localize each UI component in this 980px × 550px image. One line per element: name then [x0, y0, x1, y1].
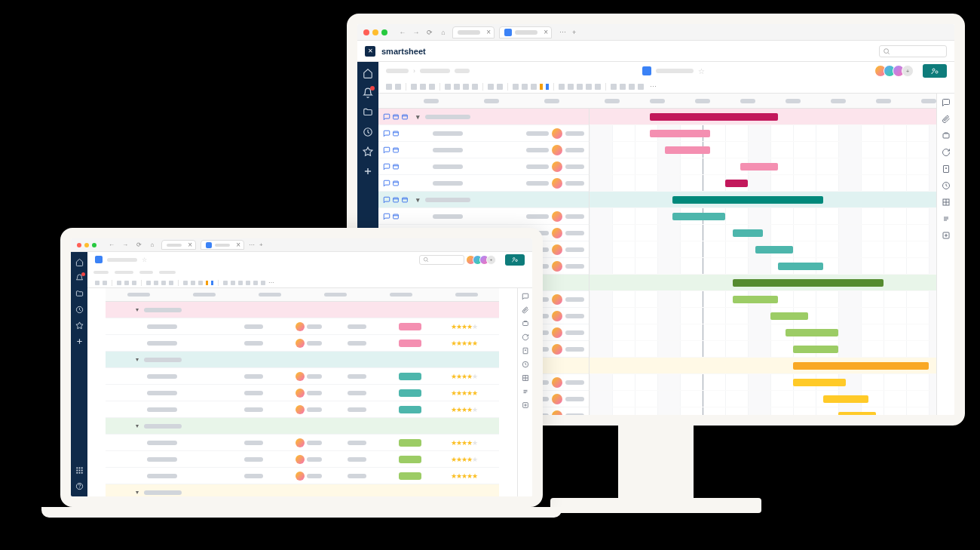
reminder-icon[interactable]: [392, 130, 400, 137]
collapse-icon[interactable]: ▾: [136, 489, 142, 496]
avatar-overflow[interactable]: +: [486, 255, 496, 265]
assignee-avatar[interactable]: [296, 472, 305, 481]
tab-close-icon[interactable]: ×: [486, 28, 491, 36]
toolbar-item[interactable]: [531, 84, 537, 90]
back-button[interactable]: ←: [398, 28, 407, 37]
reminder-icon[interactable]: [392, 180, 400, 187]
toolbar-item[interactable]: [595, 84, 601, 90]
gantt-task-bar[interactable]: [823, 395, 868, 403]
maximize-window-icon[interactable]: [92, 243, 96, 247]
cell-history-icon[interactable]: [522, 374, 529, 382]
toolbar-item[interactable]: [620, 84, 626, 90]
format-icon[interactable]: [942, 214, 951, 223]
assignee-avatar[interactable]: [552, 244, 562, 255]
update-requests-icon[interactable]: [522, 333, 529, 341]
attachments-icon[interactable]: [522, 306, 529, 314]
toolbar-item[interactable]: [395, 84, 401, 90]
sheet-title[interactable]: [656, 69, 694, 73]
favorites-icon[interactable]: [363, 146, 373, 157]
status-pill[interactable]: [399, 373, 421, 380]
assignee-avatar[interactable]: [296, 455, 305, 464]
text-color-icon[interactable]: [546, 84, 549, 90]
toolbar-item[interactable]: [472, 84, 478, 90]
cell-history-icon[interactable]: [942, 198, 951, 207]
toolbar-item[interactable]: [161, 281, 166, 285]
back-button[interactable]: ←: [107, 241, 116, 250]
rating-stars[interactable]: ★★★★★: [451, 439, 477, 447]
column-header[interactable]: [302, 288, 368, 301]
gantt-summary-bar[interactable]: [672, 196, 823, 204]
comments-icon[interactable]: [942, 98, 951, 107]
notifications-icon[interactable]: [75, 274, 84, 282]
status-pill[interactable]: [399, 389, 421, 397]
toolbar-item[interactable]: [586, 84, 592, 90]
gantt-task-bar[interactable]: [740, 163, 778, 171]
assignee-avatar[interactable]: [552, 311, 562, 321]
assignee-avatar[interactable]: [552, 211, 562, 222]
column-header[interactable]: [237, 288, 302, 301]
breadcrumb[interactable]: [386, 69, 409, 73]
task-row[interactable]: [378, 142, 589, 158]
group-header-row[interactable]: ▾: [106, 352, 499, 368]
gantt-task-bar[interactable]: [665, 146, 710, 154]
close-window-icon[interactable]: [363, 29, 369, 35]
tab-close-icon[interactable]: ×: [188, 241, 192, 249]
assignee-avatar[interactable]: [552, 294, 562, 305]
status-pill[interactable]: [399, 472, 421, 480]
group-header-row[interactable]: ▾: [378, 109, 589, 125]
comment-icon[interactable]: [383, 113, 390, 121]
toolbar-item[interactable]: [154, 281, 158, 285]
toolbar-item[interactable]: [261, 281, 265, 285]
toolbar-item[interactable]: [559, 84, 565, 90]
collapse-icon[interactable]: ▾: [136, 356, 142, 363]
help-icon[interactable]: [75, 482, 84, 490]
gantt-task-bar[interactable]: [838, 412, 876, 415]
rating-stars[interactable]: ★★★★★: [451, 456, 477, 463]
reload-button[interactable]: ⟳: [425, 28, 434, 37]
notifications-icon[interactable]: [363, 88, 373, 98]
assignee-avatar[interactable]: [552, 128, 562, 139]
toolbar-item[interactable]: [638, 84, 644, 90]
activity-log-icon[interactable]: [522, 361, 529, 368]
toolbar-item[interactable]: [231, 281, 235, 285]
assignee-avatar[interactable]: [552, 327, 562, 338]
tab-close-icon[interactable]: ×: [544, 28, 548, 36]
gantt-task-bar[interactable]: [786, 329, 838, 336]
toolbar-item[interactable]: [132, 281, 136, 285]
toolbar-item[interactable]: [497, 84, 503, 90]
favorite-star-icon[interactable]: ☆: [698, 67, 705, 75]
assignee-avatar[interactable]: [552, 178, 562, 189]
toolbar-item[interactable]: [124, 281, 129, 285]
collapse-icon[interactable]: ▾: [416, 196, 422, 204]
gantt-summary-bar[interactable]: [650, 113, 778, 121]
fill-color-icon[interactable]: [206, 281, 208, 285]
status-pill[interactable]: [399, 456, 421, 463]
group-header-row[interactable]: ▾: [106, 302, 499, 318]
column-header[interactable]: [368, 288, 433, 301]
attachments-icon[interactable]: [942, 115, 951, 124]
assignee-avatar[interactable]: [552, 410, 562, 416]
assignee-avatar[interactable]: [552, 344, 562, 355]
assignee-avatar[interactable]: [552, 261, 562, 272]
toolbar-item[interactable]: [198, 281, 203, 285]
proofs-icon[interactable]: [522, 320, 529, 327]
task-row[interactable]: ★★★★★: [106, 368, 499, 385]
share-button[interactable]: [923, 64, 947, 78]
forward-button[interactable]: →: [412, 28, 421, 37]
favorite-star-icon[interactable]: ☆: [142, 257, 147, 263]
home-icon[interactable]: [75, 258, 84, 266]
gantt-task-bar[interactable]: [733, 296, 778, 303]
reminder-icon[interactable]: [392, 113, 400, 121]
share-button[interactable]: [505, 254, 525, 266]
toolbar-item[interactable]: [513, 84, 519, 90]
task-row[interactable]: [378, 175, 589, 192]
assignee-avatar[interactable]: [296, 405, 305, 414]
assignee-avatar[interactable]: [296, 372, 305, 381]
global-search[interactable]: [419, 255, 464, 265]
assignee-avatar[interactable]: [552, 377, 562, 388]
assignee-avatar[interactable]: [552, 161, 562, 172]
gantt-task-bar[interactable]: [733, 229, 763, 237]
global-search[interactable]: [879, 45, 947, 57]
assignee-avatar[interactable]: [296, 322, 305, 331]
reminder-icon[interactable]: [392, 163, 400, 171]
